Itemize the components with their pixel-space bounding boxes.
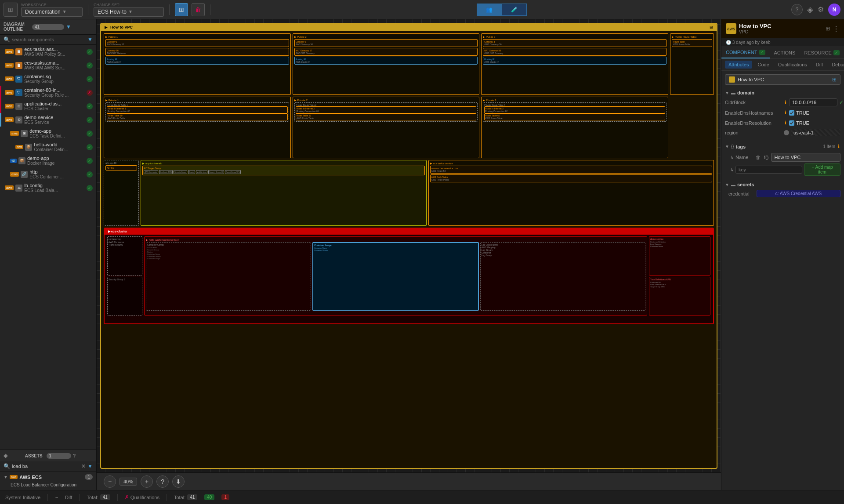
sub-tab-code[interactable]: Code: [754, 61, 772, 69]
comp-icon: 🔗: [21, 171, 28, 178]
list-item[interactable]: aws 📦 hello-world Container Defin... ✓: [0, 140, 96, 154]
domain-section-header[interactable]: ▼ ▬ domain: [725, 88, 840, 97]
secrets-section: ▼ ▬ secrets credential c: AWS Credential…: [725, 180, 840, 198]
search-filter-icon[interactable]: ▼: [87, 36, 93, 43]
list-item[interactable]: aws 🛡 container-sg Security Group ✓: [0, 72, 96, 86]
cidr-input[interactable]: [789, 98, 837, 106]
panel-sub-tabs: Attributes Code Qualifications Diff Debu…: [721, 59, 844, 71]
list-item[interactable]: aws 🔗 http ECS Container ... ✓: [0, 167, 96, 181]
diagram-outline-label: DIAGRAM OUTLINE: [4, 22, 30, 32]
list-item[interactable]: aws ⊞ application-clus... ECS Cluster ✓: [0, 99, 96, 113]
assets-section: ◈ ASSETS 1 ? 🔍 ✕ ▼ ▼ aws AWS ECS 1 ECS L…: [0, 450, 96, 490]
sub-tab-attributes[interactable]: Attributes: [725, 61, 752, 69]
assets-search-input[interactable]: [12, 464, 80, 469]
delete-button[interactable]: 🗑: [192, 3, 205, 16]
dns-resolution-checkbox[interactable]: TRUE: [789, 120, 809, 126]
tag-value-box: How to VPC: [771, 153, 840, 162]
list-item[interactable]: aws 📋 ecs-tasks.ama... AWS IAM AWS Ser..…: [0, 58, 96, 72]
comp-name: lb-config: [24, 183, 85, 188]
list-item[interactable]: aws ⚖ lb-config ECS Load Bala... ✓: [0, 181, 96, 195]
status-badge: ✓: [87, 131, 93, 137]
sub-tab-debug[interactable]: Debug: [828, 61, 844, 69]
qualifications-status: ✗ Qualifications: [125, 494, 159, 500]
outline-filter-icon[interactable]: ▼: [66, 24, 93, 30]
statusbar: System Initiative ~ Diff Total: 41 ✗ Qua…: [0, 490, 844, 504]
comp-type: Security Group: [24, 79, 85, 84]
science-tab[interactable]: 🧪: [502, 4, 527, 16]
zoom-in-button[interactable]: +: [141, 475, 153, 488]
list-item[interactable]: aws ⚙ demo-service ECS Service ✓: [0, 113, 96, 127]
comp-type: Container Defin...: [34, 147, 85, 152]
add-map-item-button[interactable]: + Add map item: [804, 163, 840, 176]
aws-ecs-icon: aws: [10, 475, 18, 479]
panel-aws-icon: aws: [726, 23, 736, 34]
tag-delete-icon[interactable]: 🗑: [755, 154, 761, 161]
asset-group-name: AWS ECS: [19, 475, 83, 480]
component-selector[interactable]: How to VPC ⊞: [725, 74, 840, 85]
comp-type: AWS IAM Policy St...: [24, 52, 85, 57]
dns-hostnames-checkbox[interactable]: TRUE: [789, 110, 809, 116]
download-button[interactable]: ⬇: [172, 475, 185, 488]
assets-help-icon[interactable]: ?: [73, 453, 93, 458]
dns-hostnames-label: EnableDnsHostnames: [725, 110, 782, 116]
comp-icon: ⚙: [15, 116, 22, 123]
diff-label[interactable]: Diff: [65, 495, 72, 500]
search-input[interactable]: [12, 37, 86, 42]
help-button[interactable]: ?: [156, 475, 169, 488]
tab-component[interactable]: COMPONENT ✓: [721, 47, 770, 58]
tags-section: ▼ {} tags 1 Item ℹ ↳ Name 🗑 f() How to V…: [725, 141, 840, 177]
public-zone-1: ▶ Public 1 Gateway 1AWS Gateway 50 Gatew…: [104, 33, 291, 95]
comp-type: Security Group Rule ...: [24, 93, 85, 98]
changeset-select[interactable]: ECS How-to ▼: [94, 7, 164, 17]
qual-label: Qualifications: [130, 495, 159, 500]
sub-tab-qualifications[interactable]: Qualifications: [775, 61, 811, 69]
qual-ok-count: 40: [204, 494, 214, 500]
assets-filter-icon[interactable]: ▼: [87, 463, 93, 469]
aws-badge: aws: [5, 90, 14, 95]
dns-resolution-icon[interactable]: ℹ: [784, 119, 787, 127]
status-badge: ✓: [87, 158, 93, 164]
team-tab[interactable]: 👥: [477, 4, 502, 16]
cidr-icon[interactable]: ℹ: [784, 99, 787, 106]
zoom-out-button[interactable]: −: [104, 475, 116, 488]
settings-icon[interactable]: ⚙: [818, 5, 824, 14]
status-badge: ✓: [87, 171, 93, 178]
tab-actions[interactable]: ACTIONS: [770, 47, 800, 58]
assets-icon: ◈: [4, 453, 23, 459]
dns-resolution-label: EnableDnsResolution: [725, 120, 782, 126]
help-icon[interactable]: ?: [791, 4, 803, 15]
list-item[interactable]: aws 🛡 container-80-in... Security Group …: [0, 86, 96, 99]
panel-title: How to VPC: [739, 23, 823, 29]
status-badge: ✓: [87, 49, 93, 55]
tags-brace-icon: {}: [731, 144, 734, 149]
workspace-logo: ⊞: [4, 3, 18, 17]
tag-key-input[interactable]: [735, 166, 802, 174]
canvas-area[interactable]: ▶ How to VPC ⊞ ▶ Public 1 Gateway 1AWS G…: [97, 19, 721, 490]
sub-tab-diff[interactable]: Diff: [812, 61, 826, 69]
secrets-section-header[interactable]: ▼ ▬ secrets: [725, 180, 840, 189]
tags-info-icon[interactable]: ℹ: [837, 143, 840, 150]
cidr-check-icon: ✓: [839, 99, 844, 105]
discord-icon[interactable]: ◈: [807, 5, 813, 15]
list-item[interactable]: aws 📋 ecs-tasks-ass... AWS IAM Policy St…: [0, 45, 96, 58]
asset-group-header[interactable]: ▼ aws AWS ECS 1: [4, 473, 93, 481]
divider-2: [169, 4, 170, 15]
avatar[interactable]: N: [828, 4, 840, 16]
tag-fn-icon[interactable]: f(): [763, 154, 769, 161]
panel-content: How to VPC ⊞ ▼ ▬ domain CidrBlock ℹ ✓: [721, 71, 844, 490]
resource-tab-badge: ✓: [833, 50, 840, 55]
search-bar: 🔍 ▼: [0, 35, 96, 45]
list-item[interactable]: 🐳 📦 demo-app Docker Image ✓: [0, 154, 96, 167]
panel-menu-button[interactable]: ⋮: [833, 25, 840, 33]
panel-layout-icon[interactable]: ⊞: [826, 25, 830, 32]
diagram-frame: ▶ How to VPC ⊞ ▶ Public 1 Gateway 1AWS G…: [100, 23, 717, 469]
grid-view-button[interactable]: ⊞: [175, 3, 188, 16]
status-badge: ✓: [87, 144, 93, 150]
private-zone-3: ▶ Private 3 Private Route Table 3 Route …: [481, 97, 668, 158]
workspace-select[interactable]: Documentation ▼: [21, 7, 83, 17]
list-item[interactable]: aws ⊞ demo-app ECS Task Defini... ✓: [0, 127, 96, 140]
tab-resource[interactable]: RESOURCE ✓: [800, 47, 844, 58]
dns-hostnames-icon[interactable]: ℹ: [784, 109, 787, 116]
tags-section-header[interactable]: ▼ {} tags 1 Item ℹ: [725, 141, 840, 152]
assets-clear-icon[interactable]: ✕: [81, 463, 86, 469]
